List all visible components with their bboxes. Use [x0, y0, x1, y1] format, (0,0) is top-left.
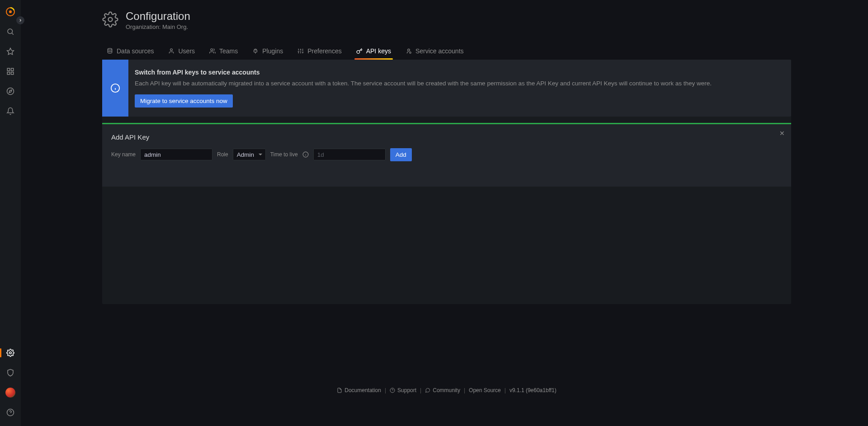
search-icon[interactable] [0, 23, 21, 41]
svg-point-28 [408, 49, 410, 51]
explore-icon[interactable] [0, 82, 21, 100]
ttl-label: Time to live [270, 151, 298, 158]
tab-service-accounts[interactable]: Service accounts [404, 44, 466, 59]
svg-marker-4 [7, 48, 14, 55]
panel-area: Switch from API keys to service accounts… [102, 60, 791, 304]
svg-rect-8 [11, 72, 14, 75]
tab-teams[interactable]: Teams [208, 44, 240, 59]
tab-label: Data sources [117, 47, 154, 55]
footer-link-label: Community [433, 387, 460, 393]
tab-api-keys[interactable]: API keys [354, 44, 393, 59]
banner-description: Each API key will be automatically migra… [135, 80, 778, 88]
page-header: Configuration Organization: Main Org. [102, 10, 791, 30]
page-subtitle: Organization: Main Org. [126, 23, 190, 30]
role-select[interactable]: Admin [233, 149, 266, 160]
tab-label: Plugins [262, 47, 283, 55]
footer-link-label: v9.1.1 (9e60a1bff1) [509, 387, 557, 393]
footer-link-label: Support [397, 387, 416, 393]
role-label: Role [217, 151, 228, 158]
info-icon [102, 60, 128, 117]
svg-rect-5 [7, 68, 9, 70]
footer: Documentation | Support | Community | Op… [102, 387, 791, 399]
tab-label: Users [178, 47, 195, 55]
tab-users[interactable]: Users [166, 44, 197, 59]
tab-preferences[interactable]: Preferences [296, 44, 343, 59]
footer-version[interactable]: v9.1.1 (9e60a1bff1) [509, 387, 557, 393]
main-content: Configuration Organization: Main Org. Da… [21, 0, 868, 426]
close-icon[interactable]: ✕ [778, 129, 787, 138]
info-banner: Switch from API keys to service accounts… [102, 60, 791, 117]
panels-icon[interactable] [0, 62, 21, 80]
star-icon[interactable] [0, 42, 21, 61]
gear-large-icon [102, 11, 118, 29]
svg-point-11 [9, 352, 12, 354]
footer-support[interactable]: Support [390, 387, 416, 393]
avatar-icon[interactable] [0, 384, 21, 402]
gear-icon[interactable] [0, 344, 21, 362]
footer-community[interactable]: Community [425, 387, 460, 393]
key-name-label: Key name [111, 151, 136, 158]
shield-icon[interactable] [0, 364, 21, 382]
help-icon[interactable] [0, 403, 21, 421]
svg-rect-7 [7, 72, 9, 75]
svg-line-3 [12, 33, 13, 34]
svg-marker-10 [9, 90, 12, 93]
sidebar-expand-button[interactable] [16, 16, 24, 24]
tabs: Data sources Users Teams Plugins Prefere… [102, 44, 791, 60]
page-title: Configuration [126, 10, 190, 23]
svg-rect-18 [254, 50, 257, 52]
add-button[interactable]: Add [390, 148, 412, 161]
sidebar [0, 0, 21, 426]
ttl-input[interactable] [313, 149, 386, 160]
add-api-key-panel: ✕ Add API Key Key name Role Admin [102, 123, 791, 187]
tab-label: Teams [219, 47, 238, 55]
svg-rect-6 [11, 68, 14, 70]
svg-point-9 [7, 88, 14, 95]
footer-documentation[interactable]: Documentation [337, 387, 381, 393]
panel-title: Add API Key [111, 133, 782, 141]
tab-plugins[interactable]: Plugins [250, 44, 285, 59]
footer-link-label: Documentation [344, 387, 381, 393]
banner-title: Switch from API keys to service accounts [135, 69, 778, 76]
key-name-input[interactable] [140, 149, 212, 160]
bell-icon[interactable] [0, 102, 21, 120]
footer-link-label: Open Source [469, 387, 501, 393]
tab-label: API keys [366, 47, 391, 55]
tab-label: Preferences [307, 47, 341, 55]
tab-data-sources[interactable]: Data sources [105, 44, 156, 59]
svg-point-1 [9, 10, 12, 13]
svg-point-29 [410, 52, 411, 54]
svg-point-15 [108, 48, 112, 50]
info-circle-icon [302, 151, 309, 158]
footer-open-source[interactable]: Open Source [469, 387, 501, 393]
svg-point-17 [211, 49, 213, 51]
svg-point-16 [170, 49, 173, 51]
migrate-button[interactable]: Migrate to service accounts now [135, 94, 233, 108]
tab-label: Service accounts [415, 47, 464, 55]
svg-point-2 [8, 29, 13, 34]
svg-point-14 [108, 18, 113, 22]
